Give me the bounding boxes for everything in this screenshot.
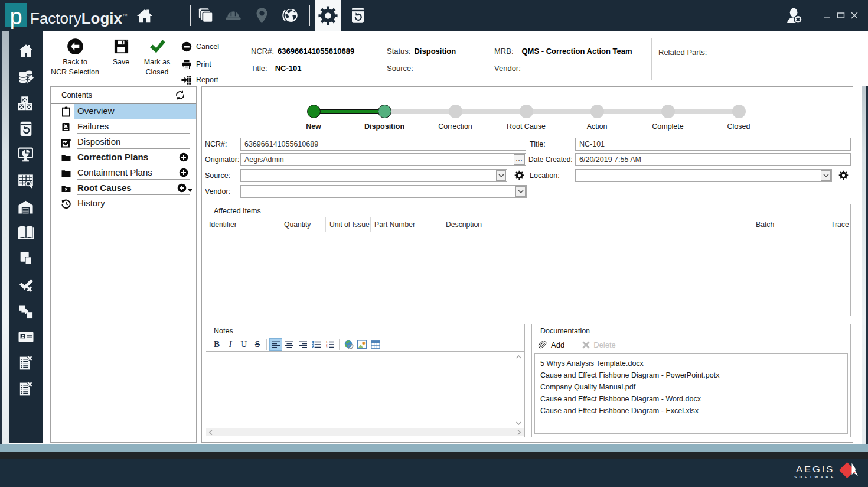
- navigation-dock: [9, 31, 43, 443]
- source-select[interactable]: [240, 169, 507, 182]
- user-logout-icon[interactable]: [784, 5, 804, 25]
- app-logo: p: [5, 3, 27, 27]
- file-item[interactable]: Cause and Effect Fishbone Diagram - Exce…: [540, 405, 847, 417]
- documents-icon[interactable]: [195, 5, 216, 25]
- dock-warehouse-icon[interactable]: [17, 198, 35, 216]
- save-button[interactable]: Save: [106, 37, 136, 67]
- file-item[interactable]: Cause and Effect Fishbone Diagram - Word…: [540, 393, 847, 405]
- affected-items-title: Affected Items: [214, 207, 261, 215]
- column-trace[interactable]: Trace: [827, 217, 850, 232]
- document-restore-icon[interactable]: [348, 5, 368, 25]
- paperclip-icon: [538, 340, 547, 349]
- settings-tab-active[interactable]: [315, 0, 341, 31]
- source-settings-gear-icon[interactable]: [514, 170, 524, 180]
- minimize-button[interactable]: [823, 11, 831, 20]
- documentation-file-list[interactable]: 5 Whys Analysis Template.docx Cause and …: [534, 353, 848, 434]
- notes-vertical-scrollbar[interactable]: [514, 352, 524, 428]
- dock-documentation-icon[interactable]: [17, 223, 35, 241]
- dock-transfer-icon[interactable]: [17, 303, 35, 320]
- italic-button[interactable]: I: [224, 339, 236, 350]
- map-pin-icon[interactable]: [252, 5, 272, 25]
- dock-data-search-icon[interactable]: [17, 172, 35, 190]
- add-containment-plan-button[interactable]: [179, 168, 188, 177]
- insert-hyperlink-button[interactable]: [342, 339, 354, 350]
- hardhat-icon[interactable]: [223, 5, 243, 25]
- step-dot-correction: [449, 105, 462, 118]
- globe-icon[interactable]: [280, 5, 301, 25]
- file-item[interactable]: Cause and Effect Fishbone Diagram - Powe…: [540, 369, 847, 381]
- refresh-icon[interactable]: [175, 90, 185, 100]
- contents-header: Contents: [51, 87, 196, 104]
- location-dropdown-button[interactable]: [821, 170, 831, 181]
- back-to-ncr-selection-button[interactable]: Back toNCR Selection: [47, 37, 103, 77]
- overview-panel: New Disposition Correction Root Cause Ac…: [201, 86, 853, 443]
- align-left-button[interactable]: [270, 339, 282, 350]
- folder-icon: [61, 168, 71, 178]
- insert-image-button[interactable]: [356, 339, 368, 350]
- contents-item-disposition[interactable]: Disposition: [51, 135, 196, 150]
- location-select[interactable]: [575, 169, 832, 182]
- contents-item-history[interactable]: History: [51, 196, 196, 212]
- originator-input[interactable]: AegisAdmin ...: [240, 153, 526, 166]
- contents-item-containment-plans[interactable]: Containment Plans: [51, 165, 196, 181]
- toolbar-divider: [244, 38, 244, 80]
- bullet-list-button[interactable]: [311, 339, 322, 350]
- close-button[interactable]: [850, 11, 859, 20]
- mark-as-closed-button[interactable]: Mark asClosed: [136, 37, 178, 77]
- file-item[interactable]: 5 Whys Analysis Template.docx: [540, 358, 847, 369]
- underline-button[interactable]: U: [238, 339, 250, 350]
- folder-x-icon: [61, 183, 71, 194]
- source-dropdown-button[interactable]: [496, 170, 506, 181]
- dock-idcard-icon[interactable]: [17, 328, 35, 346]
- dock-data-editor-icon[interactable]: [17, 68, 35, 86]
- date-created-input[interactable]: 6/20/2019 7:55 AM: [575, 153, 851, 166]
- originator-browse-button[interactable]: ...: [514, 154, 525, 165]
- location-settings-gear-icon[interactable]: [838, 170, 849, 180]
- print-button[interactable]: Print: [181, 59, 211, 70]
- vendor-dropdown-button[interactable]: [515, 186, 526, 197]
- column-identifier[interactable]: Identifier: [205, 217, 280, 232]
- add-attachment-button[interactable]: Add: [538, 340, 564, 349]
- notes-editor[interactable]: [206, 352, 524, 436]
- column-unit-of-issue[interactable]: Unit of Issue: [326, 217, 371, 232]
- notes-title: Notes: [214, 327, 233, 335]
- align-right-button[interactable]: [297, 339, 309, 350]
- dock-dashboard-icon[interactable]: [17, 145, 35, 163]
- contents-item-correction-plans[interactable]: Correction Plans: [51, 150, 196, 165]
- column-batch[interactable]: Batch: [752, 217, 827, 232]
- dock-restore-icon[interactable]: [17, 120, 35, 138]
- report-button[interactable]: Report: [181, 74, 218, 85]
- dock-home-icon[interactable]: [17, 42, 35, 60]
- cancel-button[interactable]: Cancel: [181, 41, 219, 52]
- ncr-input[interactable]: 636966141055610689: [240, 138, 526, 151]
- notes-horizontal-scrollbar[interactable]: [206, 428, 524, 436]
- maximize-button[interactable]: [837, 11, 845, 20]
- contents-item-root-causes[interactable]: Root Causes: [51, 181, 196, 196]
- title-input[interactable]: NC-101: [575, 138, 851, 151]
- home-icon[interactable]: [135, 6, 155, 26]
- add-correction-plan-button[interactable]: [179, 152, 188, 162]
- vendor-select[interactable]: [240, 185, 527, 198]
- column-description[interactable]: Description: [442, 217, 752, 232]
- dock-copy-icon[interactable]: [17, 249, 35, 267]
- contents-item-failures[interactable]: Failures: [51, 119, 196, 135]
- add-root-cause-menu-arrow[interactable]: [188, 189, 192, 192]
- delete-attachment-button[interactable]: Delete: [582, 340, 616, 349]
- column-quantity[interactable]: Quantity: [280, 217, 326, 232]
- dock-quality-check-icon[interactable]: [17, 276, 35, 294]
- align-center-button[interactable]: [283, 339, 295, 350]
- bold-button[interactable]: B: [211, 339, 223, 350]
- vendor-field-label: Vendor:: [205, 187, 230, 196]
- add-root-cause-button[interactable]: [177, 183, 187, 193]
- insert-table-button[interactable]: [370, 339, 381, 350]
- dock-checklist-delete2-icon[interactable]: [17, 380, 35, 398]
- contents-item-overview[interactable]: Overview: [51, 104, 196, 119]
- location-field-label: Location:: [530, 171, 560, 180]
- dock-materials-icon[interactable]: [17, 94, 35, 112]
- numbered-list-button[interactable]: 123: [324, 339, 336, 350]
- strikethrough-button[interactable]: S: [252, 339, 263, 350]
- column-part-number[interactable]: Part Number: [371, 217, 442, 232]
- dock-checklist-delete-icon[interactable]: [17, 354, 35, 372]
- file-item[interactable]: Company Quality Manual.pdf: [540, 381, 847, 393]
- title-bar: p FactoryLogix™: [0, 0, 868, 31]
